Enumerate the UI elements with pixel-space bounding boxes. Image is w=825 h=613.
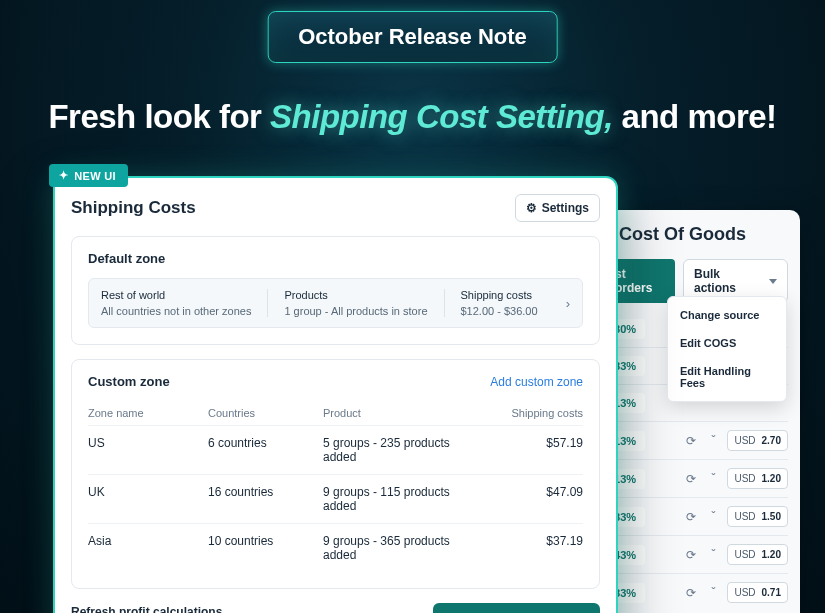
card-title: Shipping Costs (71, 198, 196, 218)
usd-chip[interactable]: USD 1.20 (727, 468, 788, 489)
th-product: Product (323, 407, 483, 419)
cell-product: 5 groups - 235 products added (323, 436, 483, 464)
custom-zone-box: Custom zone Add custom zone Zone name Co… (71, 359, 600, 589)
source-icon[interactable]: ⟳ (683, 433, 699, 449)
menu-edit-cogs[interactable]: Edit COGS (668, 329, 786, 357)
row-sub: All countries not in other zones (101, 305, 251, 317)
products-label: Products (284, 289, 427, 301)
chevron-down-icon (769, 279, 777, 284)
table-row[interactable]: US 6 countries 5 groups - 235 products a… (88, 425, 583, 474)
gear-icon: ⚙ (526, 201, 537, 215)
headline-pre: Fresh look for (48, 98, 270, 135)
table-row[interactable]: Asia 10 countries 9 groups - 365 product… (88, 523, 583, 572)
currency-value: 1.20 (762, 473, 781, 484)
cell-countries: 16 countries (208, 485, 323, 513)
costs-value: $12.00 - $36.00 (461, 305, 538, 317)
default-zone-box: Default zone Rest of world All countries… (71, 236, 600, 345)
table-row[interactable]: UK 16 countries 9 groups - 115 products … (88, 474, 583, 523)
chevron-right-icon: › (566, 296, 570, 311)
cell-countries: 6 countries (208, 436, 323, 464)
currency-label: USD (734, 549, 755, 560)
cell-countries: 10 countries (208, 534, 323, 562)
cell-cost: $47.09 (483, 485, 583, 513)
refresh-title: Refresh profit calculations (71, 605, 344, 614)
source-icon[interactable]: ⟳ (683, 509, 699, 525)
chevron-down-icon[interactable]: ˇ (705, 585, 721, 601)
usd-chip[interactable]: USD 2.70 (727, 430, 788, 451)
usd-chip[interactable]: USD 1.50 (727, 506, 788, 527)
source-icon[interactable]: ⟳ (683, 471, 699, 487)
cell-cost: $37.19 (483, 534, 583, 562)
table-header: Zone name Countries Product Shipping cos… (88, 401, 583, 425)
cogs-title: Cost Of Goods (605, 224, 788, 245)
settings-label: Settings (542, 201, 589, 215)
default-zone-title: Default zone (88, 251, 583, 266)
usd-chip[interactable]: USD 0.71 (727, 582, 788, 603)
products-value: 1 group - All products in store (284, 305, 427, 317)
currency-value: 1.20 (762, 549, 781, 560)
bulk-actions-label: Bulk actions (694, 267, 763, 295)
headline-post: and more! (613, 98, 777, 135)
refresh-row: Refresh profit calculations Apply change… (71, 603, 600, 613)
source-icon[interactable]: ⟳ (683, 547, 699, 563)
currency-label: USD (734, 435, 755, 446)
sparkle-icon: ✦ (59, 169, 68, 182)
cell-zone: US (88, 436, 208, 464)
recalculate-button[interactable]: Re-calculate past orders (433, 603, 600, 613)
cell-product: 9 groups - 365 products added (323, 534, 483, 562)
new-ui-label: NEW UI (74, 170, 116, 182)
th-zone: Zone name (88, 407, 208, 419)
currency-value: 0.71 (762, 587, 781, 598)
chevron-down-icon[interactable]: ˇ (705, 433, 721, 449)
bulk-actions-button[interactable]: Bulk actions Change source Edit COGS Edi… (683, 259, 788, 303)
add-custom-zone-link[interactable]: Add custom zone (490, 375, 583, 389)
th-cost: Shipping costs (483, 407, 583, 419)
chevron-down-icon[interactable]: ˇ (705, 471, 721, 487)
currency-label: USD (734, 587, 755, 598)
currency-label: USD (734, 511, 755, 522)
source-icon[interactable]: ⟳ (683, 585, 699, 601)
chevron-down-icon[interactable]: ˇ (705, 547, 721, 563)
shipping-costs-card: ✦ NEW UI Shipping Costs ⚙ Settings Defau… (53, 176, 618, 613)
menu-change-source[interactable]: Change source (668, 301, 786, 329)
chevron-down-icon[interactable]: ˇ (705, 509, 721, 525)
currency-value: 2.70 (762, 435, 781, 446)
cell-zone: Asia (88, 534, 208, 562)
usd-chip[interactable]: USD 1.20 (727, 544, 788, 565)
row-label: Rest of world (101, 289, 251, 301)
costs-label: Shipping costs (461, 289, 538, 301)
new-ui-tag: ✦ NEW UI (49, 164, 128, 187)
custom-zone-title: Custom zone (88, 374, 170, 389)
headline: Fresh look for Shipping Cost Setting, an… (48, 98, 776, 136)
cogs-panel: Cost Of Goods st orders Bulk actions Cha… (605, 210, 800, 613)
settings-button[interactable]: ⚙ Settings (515, 194, 600, 222)
headline-emphasis: Shipping Cost Setting, (270, 98, 613, 135)
cell-zone: UK (88, 485, 208, 513)
release-badge: October Release Note (267, 11, 558, 63)
currency-label: USD (734, 473, 755, 484)
cell-product: 9 groups - 115 products added (323, 485, 483, 513)
currency-value: 1.50 (762, 511, 781, 522)
default-zone-row[interactable]: Rest of world All countries not in other… (88, 278, 583, 328)
menu-edit-handling-fees[interactable]: Edit Handling Fees (668, 357, 786, 397)
bulk-actions-menu: Change source Edit COGS Edit Handling Fe… (667, 296, 787, 402)
th-countries: Countries (208, 407, 323, 419)
cell-cost: $57.19 (483, 436, 583, 464)
